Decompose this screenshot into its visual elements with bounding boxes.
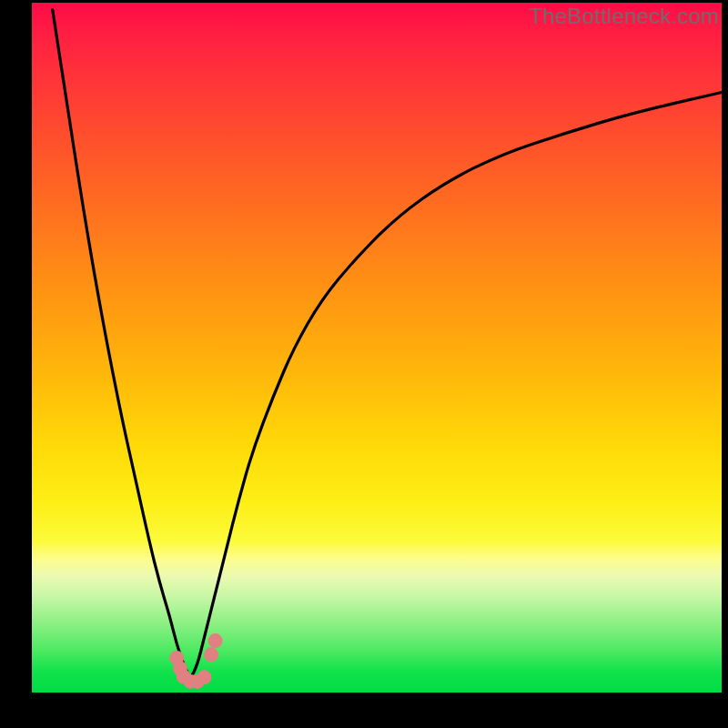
highlight-marker [197, 670, 212, 684]
plot-area [32, 3, 722, 693]
highlight-marker [208, 633, 223, 648]
chart-svg [32, 3, 722, 693]
curve-left-branch [53, 10, 191, 679]
watermark-text: TheBottleneck.com [529, 4, 719, 29]
chart-frame: TheBottleneck.com [0, 0, 728, 728]
curve-right-branch [190, 93, 722, 679]
highlight-marker [204, 647, 218, 662]
